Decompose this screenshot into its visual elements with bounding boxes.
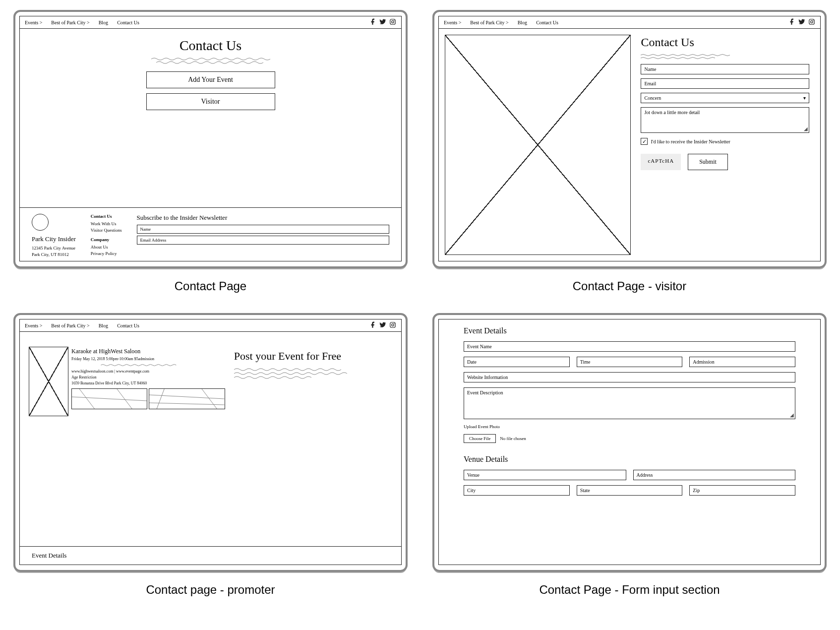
visitor-button[interactable]: Visitor: [146, 93, 275, 110]
footer-link-about[interactable]: About Us: [91, 245, 122, 250]
chevron-down-icon: ▾: [803, 95, 806, 101]
svg-line-14: [202, 389, 217, 409]
event-description-textarea[interactable]: Event Description ◢: [464, 387, 795, 419]
svg-point-1: [392, 21, 394, 23]
nav-blog[interactable]: Blog: [99, 323, 108, 328]
svg-point-5: [813, 20, 814, 20]
event-details-section-header: Event Details: [20, 546, 401, 565]
instagram-icon[interactable]: [808, 18, 815, 26]
post-event-heading: Post your Event for Free: [234, 350, 387, 363]
event-age: Age Restriction: [71, 375, 225, 379]
navbar: Events > Best of Park City > Blog Contac…: [20, 319, 401, 332]
wireframe-contact-promoter: Events > Best of Park City > Blog Contac…: [13, 313, 408, 571]
caption: Contact Page - visitor: [573, 279, 686, 293]
nav-events[interactable]: Events >: [25, 20, 42, 25]
city-input[interactable]: City: [464, 485, 570, 496]
newsletter-checkbox-label: I'd like to receive the Insider Newslett…: [651, 139, 730, 144]
event-title: Karaoke at HighWest Saloon: [71, 348, 225, 355]
placeholder-text: [641, 53, 740, 60]
nav-blog[interactable]: Blog: [518, 20, 527, 25]
nav-contact[interactable]: Contact Us: [117, 323, 139, 328]
facebook-icon[interactable]: [369, 18, 376, 26]
footer-link-work[interactable]: Work With Us: [91, 221, 122, 226]
caption: Contact page - promoter: [146, 583, 275, 597]
concern-select-label: Concern: [644, 95, 661, 101]
email-input[interactable]: Email: [641, 78, 809, 89]
nav-best[interactable]: Best of Park City >: [51, 323, 89, 328]
svg-point-2: [394, 20, 395, 20]
svg-point-8: [394, 323, 395, 323]
event-image-placeholder: [29, 347, 68, 416]
nav-best[interactable]: Best of Park City >: [51, 20, 89, 25]
concern-select[interactable]: Concern ▾: [641, 93, 809, 103]
brand-name: Park City Insider: [32, 235, 76, 243]
page-title: Contact Us: [180, 38, 241, 54]
svg-line-10: [72, 397, 147, 401]
state-input[interactable]: State: [577, 485, 683, 496]
twitter-icon[interactable]: [379, 18, 386, 26]
captcha-placeholder[interactable]: cAPTcHA: [641, 154, 681, 170]
subscribe-email-input[interactable]: Email Address: [137, 236, 389, 245]
placeholder-text: [151, 57, 270, 66]
twitter-icon[interactable]: [379, 321, 386, 329]
image-placeholder: [445, 35, 631, 255]
resize-handle-icon: ◢: [790, 412, 794, 418]
nav-contact[interactable]: Contact Us: [536, 20, 558, 25]
facebook-icon[interactable]: [369, 321, 376, 329]
event-meta: Friday May 12, 2018 5:00pm-10:00am $5adm…: [71, 357, 225, 361]
add-event-button[interactable]: Add Your Event: [146, 71, 275, 88]
footer-link-privacy[interactable]: Privacy Policy: [91, 251, 122, 256]
subscribe-name-input[interactable]: Name: [137, 225, 389, 234]
nav-best[interactable]: Best of Park City >: [470, 20, 508, 25]
address-input[interactable]: Address: [633, 470, 796, 480]
placeholder-text: [234, 367, 353, 381]
footer-col-header-company: Company: [91, 237, 122, 242]
instagram-icon[interactable]: [389, 18, 396, 26]
facebook-icon[interactable]: [788, 18, 795, 26]
placeholder-text: [71, 363, 210, 368]
svg-line-9: [79, 389, 94, 409]
caption: Contact Page - Form input section: [539, 583, 720, 597]
navbar: Events > Best of Park City > Blog Contac…: [20, 16, 401, 29]
submit-button[interactable]: Submit: [688, 154, 728, 170]
time-input[interactable]: Time: [577, 357, 683, 367]
caption: Contact Page: [175, 279, 246, 293]
nav-contact[interactable]: Contact Us: [117, 20, 139, 25]
instagram-icon[interactable]: [389, 321, 396, 329]
event-name-input[interactable]: Event Name: [464, 341, 795, 352]
newsletter-checkbox[interactable]: ✓: [641, 138, 648, 145]
event-card: Karaoke at HighWest Saloon Friday May 12…: [29, 347, 225, 416]
event-address: 1659 Bonanza Drive Blvd Park City, UT 84…: [71, 381, 225, 385]
wireframe-contact-page: Events > Best of Park City > Blog Contac…: [13, 10, 408, 268]
footer-link-visitor-q[interactable]: Visitor Questions: [91, 228, 122, 233]
section-header-venue-details: Venue Details: [464, 455, 795, 464]
navbar: Events > Best of Park City > Blog Contac…: [439, 16, 820, 29]
name-input[interactable]: Name: [641, 64, 809, 74]
wireframe-form-input: Event Details Event Name Date Time Admis…: [432, 313, 827, 571]
choose-file-button[interactable]: Choose File: [464, 434, 496, 443]
footer-address-line-1: 12345 Park City Avenue: [32, 246, 76, 251]
footer: Park City Insider 12345 Park City Avenue…: [20, 207, 401, 261]
section-header-event-details: Event Details: [464, 326, 795, 335]
venue-input[interactable]: Venue: [464, 470, 626, 480]
zip-input[interactable]: Zip: [689, 485, 795, 496]
nav-events[interactable]: Events >: [25, 323, 42, 328]
footer-address-line-2: Park City, UT 81012: [32, 252, 76, 257]
nav-events[interactable]: Events >: [444, 20, 461, 25]
description-placeholder: Event Description: [467, 390, 503, 395]
file-status: No file chosen: [500, 436, 526, 441]
nav-blog[interactable]: Blog: [99, 20, 108, 25]
resize-handle-icon: ◢: [804, 126, 808, 131]
website-input[interactable]: Website Information: [464, 372, 795, 382]
svg-line-12: [157, 389, 165, 409]
svg-point-4: [811, 21, 813, 23]
detail-placeholder: Jot down a little more detail: [644, 110, 700, 115]
upload-label: Upload Event Photo: [464, 424, 795, 429]
detail-textarea[interactable]: Jot down a little more detail ◢: [641, 107, 809, 133]
admission-input[interactable]: Admission: [689, 357, 795, 367]
svg-point-7: [392, 324, 394, 326]
date-input[interactable]: Date: [464, 357, 570, 367]
twitter-icon[interactable]: [798, 18, 805, 26]
event-links[interactable]: www.highwestsaloon.com | www.eventpage.c…: [71, 369, 225, 374]
map-placeholder-2: [149, 388, 225, 409]
